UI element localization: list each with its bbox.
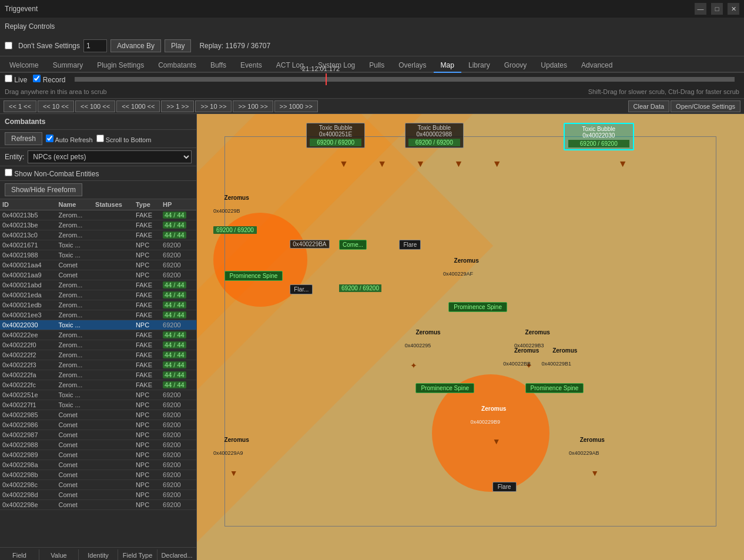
table-row[interactable]: 0x40022985CometNPC69200 [0, 410, 196, 420]
nav-tab-buffs[interactable]: Buffs [203, 59, 233, 73]
table-row[interactable]: 0x400021ee3Zerom...FAKE44 / 44 [0, 310, 196, 320]
table-row[interactable]: 0x400021abdZerom...FAKE44 / 44 [0, 280, 196, 290]
nav-tab-groovy[interactable]: Groovy [497, 59, 534, 73]
selected-entity-box[interactable]: Toxic Bubble 0x40022030 69200 / 69200 [564, 123, 634, 150]
cell-hp: 44 / 44 [160, 340, 196, 350]
table-row[interactable]: 0x4002298bCometNPC69200 [0, 470, 196, 480]
cell-id: 0x40022987 [0, 430, 56, 440]
nav-tab-advanced[interactable]: Advanced [574, 59, 619, 73]
maximize-button[interactable]: □ [711, 3, 723, 15]
nav-tab-combatants[interactable]: Combatants [151, 59, 203, 73]
table-row[interactable]: 0x400222faZerom...FAKE44 / 44 [0, 370, 196, 380]
nav-tab-summary[interactable]: Summary [46, 59, 90, 73]
open-close-settings-button[interactable]: Open/Close Settings [671, 100, 740, 112]
dont-save-checkbox[interactable] [5, 42, 12, 49]
table-row[interactable]: 0x40022987CometNPC69200 [0, 430, 196, 440]
refresh-button[interactable]: Refresh [5, 132, 42, 145]
play-button[interactable]: Play [165, 39, 191, 52]
bottom-tab-declared[interactable]: Declared... [157, 549, 196, 561]
cell-name: Comet [56, 420, 93, 430]
table-row[interactable]: 0x4002298eCometNPC69200 [0, 500, 196, 510]
fwd-1000-button[interactable]: >> 1000 >> [274, 100, 318, 112]
bottom-tab-field[interactable]: Field [0, 549, 39, 561]
fwd-10-button[interactable]: >> 10 >> [195, 100, 232, 112]
table-row[interactable]: 0x400021edbZerom...FAKE44 / 44 [0, 300, 196, 310]
table-row[interactable]: 0x400021aa4CometNPC69200 [0, 260, 196, 270]
bottom-tab-value[interactable]: Value [39, 549, 79, 561]
table-row[interactable]: 0x400213beZerom...FAKE44 / 44 [0, 220, 196, 230]
table-row[interactable]: 0x400222f3Zerom...FAKE44 / 44 [0, 360, 196, 370]
col-statuses[interactable]: Statuses [93, 199, 133, 210]
table-row[interactable]: 0x4002298aCometNPC69200 [0, 460, 196, 470]
table-row[interactable]: 0x400222f0Zerom...FAKE44 / 44 [0, 340, 196, 350]
nav-tab-overlays[interactable]: Overlays [391, 59, 433, 73]
nav-tab-events[interactable]: Events [233, 59, 269, 73]
noncombat-checkbox[interactable] [5, 169, 12, 176]
combatants-title: Combatants [5, 118, 45, 126]
timeline-bar: Live Record 21:12:01.172 Drag anywhere i… [0, 73, 744, 99]
table-row[interactable]: 0x400222fcZerom...FAKE44 / 44 [0, 380, 196, 390]
scroll-bottom-checkbox[interactable] [96, 135, 104, 142]
bottom-tab-field-type[interactable]: Field Type [118, 549, 157, 561]
combatants-table-wrap[interactable]: ID Name Statuses Type HP 0x400213b5Zerom… [0, 199, 196, 547]
cell-name: Zerom... [56, 300, 93, 310]
cell-type: NPC [133, 250, 160, 260]
nav-tab-updates[interactable]: Updates [534, 59, 574, 73]
cell-hp: 69200 [160, 480, 196, 490]
cell-status [93, 350, 133, 360]
advance-by-input[interactable] [83, 39, 107, 52]
cell-status [93, 290, 133, 300]
table-row[interactable]: 0x40022989CometNPC69200 [0, 450, 196, 460]
table-row[interactable]: 0x4002251eToxic ...NPC69200 [0, 390, 196, 400]
col-type[interactable]: Type [133, 199, 160, 210]
fwd-1-button[interactable]: >> 1 >> [161, 100, 194, 112]
back-1-button[interactable]: << 1 << [4, 100, 36, 112]
nav-tab-plugin-settings[interactable]: Plugin Settings [90, 59, 151, 73]
table-row[interactable]: 0x400213b5Zerom...FAKE44 / 44 [0, 210, 196, 220]
table-row[interactable]: 0x40022030Toxic ...NPC69200 [0, 320, 196, 330]
map-area[interactable]: Toxic Bubble 0x40022030 69200 / 69200 To… [197, 114, 744, 560]
table-row[interactable]: 0x40022988CometNPC69200 [0, 440, 196, 450]
table-row[interactable]: 0x40021988Toxic ...NPC69200 [0, 250, 196, 260]
cell-hp: 69200 [160, 260, 196, 270]
table-row[interactable]: 0x4002298cCometNPC69200 [0, 480, 196, 490]
minimize-button[interactable]: — [695, 3, 706, 15]
bottom-tab-identity[interactable]: Identity [79, 549, 118, 561]
record-checkbox[interactable] [33, 75, 41, 82]
table-row[interactable]: 0x400021edaZerom...FAKE44 / 44 [0, 290, 196, 300]
back-100-button[interactable]: << 100 << [75, 100, 115, 112]
clear-data-button[interactable]: Clear Data [628, 100, 670, 112]
entity-toxic-1[interactable]: Toxic Bubble 0x4000251E 69200 / 69200 [306, 123, 365, 148]
col-hp[interactable]: HP [160, 199, 196, 210]
table-row[interactable]: 0x400213c0Zerom...FAKE44 / 44 [0, 230, 196, 240]
cell-hp: 69200 [160, 490, 196, 500]
freeform-button[interactable]: Show/Hide Freeform [5, 183, 82, 196]
auto-refresh-checkbox[interactable] [46, 135, 53, 142]
nav-tab-pulls[interactable]: Pulls [362, 59, 391, 73]
table-row[interactable]: 0x400222eeZerom...FAKE44 / 44 [0, 330, 196, 340]
back-10-button[interactable]: << 10 << [38, 100, 74, 112]
nav-tab-map[interactable]: Map [434, 59, 461, 73]
back-1000-button[interactable]: << 1000 << [116, 100, 160, 112]
table-row[interactable]: 0x400222f2Zerom...FAKE44 / 44 [0, 350, 196, 360]
col-name[interactable]: Name [56, 199, 93, 210]
timeline-track[interactable]: 21:12:01.172 [75, 77, 735, 82]
table-row[interactable]: 0x400227f1Toxic ...NPC69200 [0, 400, 196, 410]
close-button[interactable]: ✕ [728, 3, 739, 15]
combatants-controls: Refresh Auto Refresh Scroll to Bottom [0, 130, 196, 148]
table-row[interactable]: 0x400021aa9CometNPC69200 [0, 270, 196, 280]
live-checkbox[interactable] [5, 75, 12, 82]
entity-select[interactable]: NPCs (excl pets) [28, 150, 192, 163]
table-row[interactable]: 0x4002298dCometNPC69200 [0, 490, 196, 500]
cell-type: NPC [133, 430, 160, 440]
table-row[interactable]: 0x40022986CometNPC69200 [0, 420, 196, 430]
selected-entity-hp: 69200 / 69200 [568, 140, 629, 147]
advance-by-button[interactable]: Advance By [110, 39, 161, 52]
entity-toxic-2[interactable]: Toxic Bubble 0x400002988 69200 / 69200 [405, 123, 464, 148]
nav-tab-welcome[interactable]: Welcome [2, 59, 46, 73]
nav-tab-library[interactable]: Library [461, 59, 497, 73]
fwd-100-button[interactable]: >> 100 >> [233, 100, 273, 112]
col-id[interactable]: ID [0, 199, 56, 210]
table-row[interactable]: 0x40021671Toxic ...NPC69200 [0, 240, 196, 250]
cell-status [93, 480, 133, 490]
